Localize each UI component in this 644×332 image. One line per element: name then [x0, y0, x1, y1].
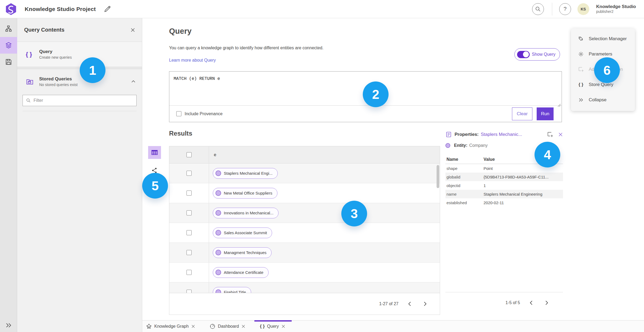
row-checkbox[interactable]: [186, 191, 192, 196]
row-checkbox[interactable]: [186, 230, 192, 235]
selection-manager-icon: [577, 36, 584, 42]
filter-input[interactable]: [34, 98, 133, 103]
property-row[interactable]: name Staplers Mechanical Engineering: [445, 190, 563, 198]
table-row[interactable]: Firebird Title: [169, 282, 440, 293]
user-block[interactable]: Knowledge Studio publisher2: [596, 4, 640, 14]
property-row[interactable]: objectid 1: [445, 181, 563, 190]
table-row[interactable]: Staplers Mechanical Engi...: [169, 163, 440, 183]
table-row[interactable]: Attendance Certificate: [169, 263, 440, 282]
select-all-checkbox[interactable]: [186, 152, 192, 157]
selected-entity-link[interactable]: Staplers Mechanic...: [481, 132, 522, 137]
help-button[interactable]: ?: [559, 3, 571, 15]
tab-knowledge-graph[interactable]: Knowledge Graph: [145, 320, 196, 332]
table-row[interactable]: Managment Techniques: [169, 243, 440, 263]
row-checkbox[interactable]: [186, 250, 192, 255]
learn-more-link[interactable]: Learn more about Query: [169, 58, 216, 63]
previous-page-button[interactable]: [526, 298, 536, 307]
topbar-actions: ? KS Knowledge Studio publisher2: [532, 3, 644, 16]
show-query-toggle[interactable]: Show Query: [514, 48, 560, 61]
close-contents-button[interactable]: [130, 27, 136, 33]
include-provenance-checkbox[interactable]: [176, 111, 181, 116]
add-to-selection-icon: [577, 66, 584, 72]
contents-item-title: Query: [39, 49, 72, 54]
entity-dot-icon: [215, 230, 221, 236]
rail-save-button[interactable]: [0, 54, 17, 70]
query-contents-title: Query Contents: [24, 27, 64, 33]
query-editor-footer: Include Provenance Clear Run: [169, 105, 562, 122]
table-scrollbar[interactable]: [437, 165, 439, 188]
selection-manager-button[interactable]: Selection Manager: [571, 31, 635, 46]
chevron-right-icon: [545, 300, 548, 305]
clear-button[interactable]: Clear: [512, 107, 532, 120]
avatar[interactable]: KS: [577, 3, 589, 15]
property-row[interactable]: established 2020-02-11: [445, 198, 563, 207]
properties-title: Properties:: [455, 132, 479, 137]
table-view-button[interactable]: [148, 146, 161, 159]
contents-item-query[interactable]: { } Query Create new queries: [17, 42, 142, 67]
row-checkbox[interactable]: [186, 270, 192, 275]
close-tab-button[interactable]: [191, 324, 195, 328]
results-table-body: Staplers Mechanical Engi... New Metal Of…: [169, 163, 440, 293]
resize-handle[interactable]: [558, 103, 561, 108]
gear-icon: [577, 51, 584, 57]
contents-item-stored-queries[interactable]: Stored Queries No stored queries exist: [17, 72, 142, 91]
row-checkbox[interactable]: [186, 210, 192, 215]
close-icon: [191, 324, 195, 328]
chevron-left-icon: [530, 300, 533, 305]
table-row[interactable]: Sales Associate Summit: [169, 223, 440, 243]
entity-type-value: Company: [469, 143, 488, 148]
table-row[interactable]: New Metal Office Suppliers: [169, 183, 440, 203]
filter-search-icon: [26, 98, 31, 103]
next-page-button[interactable]: [420, 299, 430, 308]
entity-pill[interactable]: Firebird Title: [213, 287, 251, 293]
search-button[interactable]: [532, 3, 544, 15]
entity-pill[interactable]: Managment Techniques: [213, 247, 272, 258]
entity-pill[interactable]: New Metal Office Suppliers: [213, 188, 277, 199]
table-row[interactable]: Innovations in Mechanical...: [169, 203, 440, 223]
braces-icon: { }: [260, 324, 265, 329]
annotation-badge-6: 6: [594, 57, 620, 83]
close-properties-button[interactable]: [558, 132, 563, 137]
property-row[interactable]: globalid {5D9B4713-F98D-4A53-A59F-C11...: [445, 173, 563, 181]
close-tab-button[interactable]: [241, 324, 245, 328]
run-button[interactable]: Run: [537, 107, 554, 120]
entity-pill[interactable]: Sales Associate Summit: [213, 227, 272, 238]
show-query-label: Show Query: [532, 52, 555, 57]
previous-page-button[interactable]: [405, 299, 414, 308]
expand-panel-button[interactable]: [0, 322, 17, 328]
properties-doc-icon: [445, 131, 452, 138]
filter-field[interactable]: [23, 95, 137, 106]
close-icon: [241, 324, 245, 328]
entity-pill[interactable]: Attendance Certificate: [213, 267, 269, 278]
column-header-e: e: [209, 152, 216, 157]
annotation-badge-2: 2: [363, 81, 389, 107]
search-icon: [535, 6, 541, 12]
query-heading: Query: [169, 27, 192, 36]
row-checkbox[interactable]: [186, 171, 192, 176]
entity-dot-icon: [215, 190, 221, 196]
rail-contents-button[interactable]: [0, 37, 17, 54]
entity-pill[interactable]: Staplers Mechanical Engi...: [213, 168, 278, 179]
collapse-section-button[interactable]: [131, 80, 136, 83]
close-tab-button[interactable]: [281, 324, 285, 328]
next-page-button[interactable]: [542, 298, 551, 307]
collapse-menu-button[interactable]: Collapse: [571, 92, 635, 107]
tab-dashboard[interactable]: Dashboard: [208, 320, 246, 332]
entity-dot-icon: [215, 250, 221, 255]
entity-dot-icon: [215, 289, 221, 293]
annotation-badge-4: 4: [535, 142, 560, 167]
table-icon: [151, 149, 158, 156]
top-header: Knowledge Studio Project ? KS Knowledge …: [0, 0, 644, 18]
add-to-selection-button[interactable]: [547, 131, 553, 138]
entity-pill[interactable]: Innovations in Mechanical...: [213, 208, 279, 218]
annotation-badge-1: 1: [80, 57, 105, 83]
edit-title-button[interactable]: [103, 5, 111, 13]
braces-icon: { }: [577, 82, 584, 87]
tab-query[interactable]: { } Query: [259, 320, 286, 332]
query-description: You can query a knowledge graph to ident…: [169, 46, 324, 50]
row-checkbox[interactable]: [186, 290, 192, 293]
page-title: Knowledge Studio Project: [25, 6, 96, 12]
rail-data-model-button[interactable]: [0, 20, 17, 37]
value-column-header: Value: [484, 157, 495, 162]
app-logo-icon[interactable]: [5, 3, 17, 15]
